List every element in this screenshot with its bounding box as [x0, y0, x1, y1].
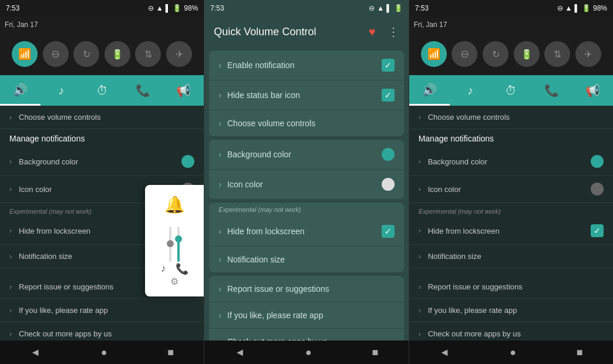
right-battery-quick-icon[interactable]: 🔋	[514, 41, 540, 67]
choose-vol-row[interactable]: › Choose volume controls	[209, 110, 403, 136]
chevron-icon: ›	[218, 119, 221, 128]
app-header: Quick Volume Control ♥ ⋮	[204, 16, 408, 47]
chevron-icon: ›	[9, 252, 12, 261]
back-button[interactable]: ◄	[30, 346, 41, 359]
right-more-apps-label: Check out more apps by us	[428, 329, 521, 338]
right-hide-lockscreen-item[interactable]: › Hide from lockscreen ✓	[409, 217, 613, 245]
mid-recent-button[interactable]: ■	[372, 346, 378, 359]
choose-volume-item[interactable]: › Choose volume controls	[0, 106, 204, 129]
right-bg-color-toggle[interactable]	[591, 155, 604, 168]
left-status-bar: 7:53 ⊖ ▲ ▌ 🔋 98%	[0, 0, 204, 16]
more-apps-item[interactable]: › Check out more apps by us	[0, 322, 204, 341]
section-misc: › Report issue or suggestions › If you l…	[209, 276, 403, 341]
right-more-apps-item[interactable]: › Check out more apps by us	[409, 322, 613, 341]
home-button[interactable]: ●	[101, 346, 107, 359]
right-recent-button[interactable]: ■	[577, 346, 583, 359]
mid-status-icons: ⊖ ▲ ▌ 🔋	[369, 4, 402, 12]
chevron-icon: ›	[419, 185, 421, 193]
chevron-icon: ›	[419, 306, 421, 315]
phone-icon: 📞	[176, 262, 188, 275]
mid-status-bar: 7:53 ⊖ ▲ ▌ 🔋	[204, 0, 408, 16]
right-notif-size-item[interactable]: › Notification size	[409, 245, 613, 268]
right-home-button[interactable]: ●	[510, 346, 516, 359]
right-report-issue-label: Report issue or suggestions	[428, 282, 523, 291]
right-exp-label: Experimental (may not work)	[409, 203, 613, 217]
vol-tab-ring[interactable]: ♪	[41, 75, 81, 106]
right-hide-lockscreen-toggle[interactable]: ✓	[591, 224, 604, 237]
chevron-icon: ›	[9, 157, 12, 166]
bg-color-toggle[interactable]	[181, 155, 194, 168]
choose-volume-label: Choose volume controls	[19, 113, 100, 122]
right-bg-color-item[interactable]: › Background color	[409, 148, 613, 176]
mid-home-button[interactable]: ●	[305, 346, 312, 359]
battery-quick-icon[interactable]: 🔋	[105, 41, 130, 67]
left-vol-tabs: 🔊 ♪ ⏱ 📞 📢	[0, 75, 204, 106]
vol-tab-phone[interactable]: 📞	[122, 75, 163, 106]
notification-overlay: 🔔 ♪ 📞 ⚙	[145, 185, 204, 296]
vol-tab-speaker[interactable]: 📢	[163, 75, 204, 106]
section-experimental: Experimental (may not work) › Hide from …	[209, 203, 403, 272]
chevron-icon: ›	[9, 185, 12, 193]
report-label: Report issue or suggestions	[227, 284, 329, 294]
left-quick-icons: 📶 ⊖ ↻ 🔋 ⇅ ✈	[0, 33, 204, 75]
right-rate-app-item[interactable]: › If you like, please rate app	[409, 299, 613, 322]
right-transfer-quick-icon[interactable]: ⇅	[544, 41, 570, 67]
enable-notif-toggle[interactable]: ✓	[382, 59, 395, 72]
icon-color-row[interactable]: › Icon color	[209, 170, 403, 199]
right-vol-tab-volume[interactable]: 🔊	[409, 75, 450, 106]
hide-status-row[interactable]: › Hide status bar icon ✓	[209, 80, 403, 110]
right-nav-bar: ◄ ● ■	[409, 341, 613, 364]
rate-app-item[interactable]: › If you like, please rate app	[0, 299, 204, 322]
right-signal-icon: ▌	[574, 4, 580, 12]
notif-size-row[interactable]: › Notification size	[209, 247, 403, 272]
report-issue-label: Report issue or suggestions	[19, 282, 113, 291]
right-choose-volume-label: Choose volume controls	[428, 113, 510, 122]
right-vol-tab-speaker[interactable]: 📢	[572, 75, 613, 106]
rotation-quick-icon[interactable]: ↻	[73, 41, 99, 67]
transfer-quick-icon[interactable]: ⇅	[135, 41, 161, 67]
more-options-icon[interactable]: ⋮	[388, 25, 399, 39]
right-status-icons: ⊖ ▲ ▌ 🔋 98%	[557, 4, 607, 12]
right-rotation-quick-icon[interactable]: ↻	[483, 41, 508, 67]
dnd-quick-icon[interactable]: ⊖	[43, 41, 69, 67]
bg-color-label: Background color	[19, 157, 78, 166]
rate-row[interactable]: › If you like, please rate app	[209, 302, 403, 329]
chevron-icon: ›	[9, 283, 12, 291]
right-back-button[interactable]: ◄	[439, 346, 450, 359]
bg-color-row[interactable]: › Background color	[209, 140, 403, 170]
left-content: › Choose volume controls Manage notifica…	[0, 106, 204, 341]
hide-status-toggle[interactable]: ✓	[382, 89, 395, 102]
hide-lock-row[interactable]: › Hide from lockscreen ✓	[209, 217, 403, 247]
heart-icon[interactable]: ♥	[369, 25, 376, 39]
right-choose-volume-item[interactable]: › Choose volume controls	[409, 106, 613, 129]
right-icon-color-item[interactable]: › Icon color	[409, 176, 613, 203]
right-dnd-quick-icon[interactable]: ⊖	[452, 41, 477, 67]
right-status-bar: 7:53 ⊖ ▲ ▌ 🔋 98%	[409, 0, 613, 16]
recent-button[interactable]: ■	[167, 346, 174, 359]
bg-color-circle[interactable]	[382, 148, 395, 161]
right-vol-tab-ring[interactable]: ♪	[450, 75, 490, 106]
chevron-icon: ›	[218, 150, 221, 159]
icon-color-label: Icon color	[227, 180, 263, 189]
right-vol-tab-phone[interactable]: 📞	[531, 75, 572, 106]
mid-back-button[interactable]: ◄	[235, 346, 245, 359]
right-airplane-quick-icon[interactable]: ✈	[575, 41, 601, 67]
more-apps-row[interactable]: › Check out more apps by us	[209, 329, 403, 341]
right-icon-color-toggle[interactable]	[591, 183, 604, 196]
vol-tab-clock[interactable]: ⏱	[82, 75, 122, 106]
bg-color-item[interactable]: › Background color	[0, 148, 204, 176]
icon-color-circle[interactable]	[382, 178, 395, 191]
mid-dnd-icon: ⊖	[369, 4, 375, 12]
wifi-quick-icon[interactable]: 📶	[12, 41, 38, 67]
hide-lock-toggle[interactable]: ✓	[382, 225, 395, 238]
right-report-issue-item[interactable]: › Report issue or suggestions	[409, 275, 613, 299]
report-row[interactable]: › Report issue or suggestions	[209, 276, 403, 302]
right-vol-tab-clock[interactable]: ⏱	[491, 75, 531, 106]
vol-tab-volume[interactable]: 🔊	[0, 75, 41, 106]
left-status-icons: ⊖ ▲ ▌ 🔋 98%	[148, 4, 198, 12]
enable-notif-row[interactable]: › Enable notification ✓	[209, 50, 403, 80]
right-wifi-quick-icon[interactable]: 📶	[421, 41, 447, 67]
right-notif-bar: Fri, Jan 17	[409, 16, 613, 33]
more-apps-label: Check out more apps by us	[19, 329, 112, 338]
airplane-quick-icon[interactable]: ✈	[166, 41, 192, 67]
